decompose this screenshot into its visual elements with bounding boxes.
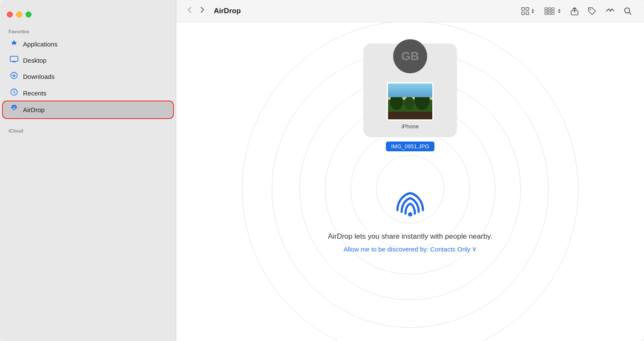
photo-preview — [387, 82, 434, 121]
main-layout: Favorites Applications Deskt — [0, 0, 644, 341]
airdrop-sidebar-label: AirDrop — [23, 106, 45, 113]
svg-rect-8 — [526, 12, 529, 14]
svg-rect-10 — [548, 8, 551, 9]
svg-point-29 — [408, 212, 412, 217]
svg-rect-7 — [522, 12, 524, 14]
avatar: GB — [393, 39, 427, 73]
svg-rect-12 — [545, 10, 547, 12]
device-container: GB — [363, 43, 457, 137]
more-button[interactable] — [602, 6, 618, 17]
maximize-button[interactable] — [26, 12, 32, 17]
desktop-icon — [9, 56, 19, 65]
discovery-text: Allow me to be discovered by: Contacts O… — [344, 246, 471, 253]
svg-point-25 — [390, 93, 403, 110]
discovery-chevron: ∨ — [472, 245, 477, 253]
svg-rect-1 — [12, 61, 16, 62]
toolbar-title: AirDrop — [214, 7, 241, 15]
device-name: iPhone — [402, 123, 419, 130]
finder-window: Favorites Applications Deskt — [0, 0, 644, 341]
sidebar-item-desktop[interactable]: Desktop — [3, 53, 172, 68]
icloud-section-label: iCloud — [0, 125, 176, 135]
sidebar-item-recents[interactable]: Recents — [3, 85, 172, 101]
airdrop-sidebar-icon — [9, 105, 19, 115]
content-pane: AirDrop — [176, 0, 644, 341]
share-button[interactable] — [567, 4, 582, 18]
sidebar-item-downloads[interactable]: Downloads — [3, 69, 172, 84]
desktop-label: Desktop — [23, 57, 46, 64]
tag-button[interactable] — [584, 4, 600, 18]
svg-rect-9 — [545, 8, 547, 9]
svg-rect-15 — [545, 13, 547, 14]
svg-point-26 — [414, 90, 430, 110]
iphone-device-card: GB — [363, 43, 457, 151]
avatar-initials: GB — [401, 49, 419, 63]
svg-rect-6 — [526, 7, 529, 10]
back-button[interactable] — [185, 5, 194, 17]
recents-icon — [9, 88, 19, 98]
list-view-button[interactable] — [541, 5, 565, 17]
airdrop-description: AirDrop lets you share instantly with pe… — [328, 232, 492, 241]
svg-rect-16 — [548, 13, 551, 14]
minimize-button[interactable] — [16, 12, 22, 17]
sidebar-item-airdrop[interactable]: AirDrop — [3, 102, 172, 118]
titlebar — [0, 5, 176, 24]
toolbar: AirDrop — [176, 0, 644, 22]
view-switcher-button[interactable] — [517, 4, 538, 18]
svg-point-19 — [590, 9, 591, 10]
search-button[interactable] — [620, 4, 635, 18]
close-button[interactable] — [7, 12, 13, 17]
svg-rect-13 — [548, 10, 551, 12]
svg-rect-0 — [10, 56, 18, 61]
file-name-badge: IMG_0951.JPG — [386, 142, 434, 151]
traffic-lights — [7, 12, 32, 17]
svg-rect-28 — [388, 112, 432, 119]
svg-rect-14 — [552, 10, 554, 12]
recents-label: Recents — [23, 90, 46, 97]
sidebar-item-applications[interactable]: Applications — [3, 36, 172, 52]
favorites-section-label: Favorites — [0, 26, 176, 36]
svg-point-27 — [404, 96, 414, 110]
svg-rect-5 — [522, 7, 524, 10]
airdrop-content-area: GB — [176, 22, 644, 341]
airdrop-info-area: AirDrop lets you share instantly with pe… — [328, 185, 492, 253]
applications-icon — [9, 39, 19, 49]
discovery-setting[interactable]: Allow me to be discovered by: Contacts O… — [344, 245, 477, 253]
toolbar-nav — [185, 5, 207, 17]
downloads-label: Downloads — [23, 73, 55, 80]
svg-rect-11 — [552, 8, 554, 9]
airdrop-icon — [391, 185, 429, 224]
toolbar-actions — [517, 4, 635, 18]
sidebar: Favorites Applications Deskt — [0, 0, 176, 341]
downloads-icon — [9, 72, 19, 81]
applications-label: Applications — [23, 40, 58, 48]
svg-rect-17 — [552, 13, 554, 14]
forward-button[interactable] — [198, 5, 207, 17]
